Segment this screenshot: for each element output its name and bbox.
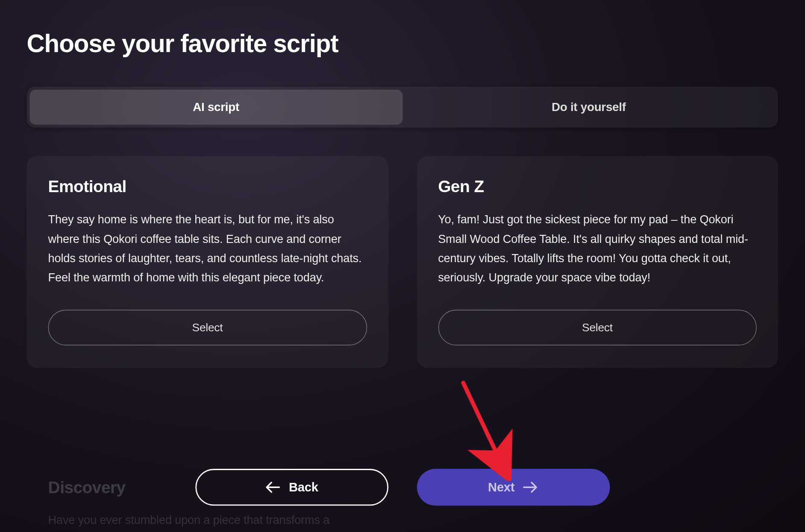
tabs-container: AI script Do it yourself <box>27 87 778 128</box>
script-card-emotional: Emotional They say home is where the hea… <box>27 156 388 368</box>
back-button-label: Back <box>289 480 318 494</box>
tab-ai-script[interactable]: AI script <box>30 90 402 125</box>
footer-navigation: Back Next <box>27 469 778 506</box>
annotation-arrow-icon <box>454 374 520 481</box>
card-title: Emotional <box>48 178 367 196</box>
next-button[interactable]: Next <box>417 469 610 506</box>
page-title: Choose your favorite script <box>27 30 778 58</box>
card-body: Have you ever stumbled upon a piece that… <box>48 510 353 532</box>
back-button[interactable]: Back <box>195 469 388 506</box>
tab-do-it-yourself[interactable]: Do it yourself <box>402 90 775 125</box>
svg-line-0 <box>463 383 501 462</box>
script-cards-row: Emotional They say home is where the hea… <box>27 156 778 368</box>
next-button-label: Next <box>488 480 514 494</box>
arrow-left-icon <box>265 481 280 493</box>
script-card-genz: Gen Z Yo, fam! Just got the sickest piec… <box>417 156 778 368</box>
card-title: Gen Z <box>438 178 757 196</box>
select-button-emotional[interactable]: Select <box>48 310 367 345</box>
card-body: They say home is where the heart is, but… <box>48 210 367 287</box>
arrow-right-icon <box>523 481 538 493</box>
select-button-genz[interactable]: Select <box>438 310 757 345</box>
card-body: Yo, fam! Just got the sickest piece for … <box>438 210 757 287</box>
